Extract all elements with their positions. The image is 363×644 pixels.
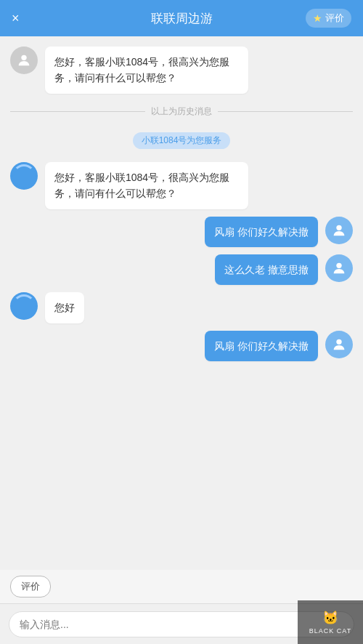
bot-spin-icon: [12, 164, 36, 188]
message-bubble: 风扇 你们好久解决撤: [205, 217, 318, 247]
divider-line: [218, 111, 353, 112]
message-bubble: 风扇 你们好久解决撤: [205, 331, 318, 361]
avatar-bot: [10, 292, 38, 320]
history-divider: 以上为历史消息: [10, 105, 353, 118]
message-bubble: 您好: [45, 292, 84, 323]
star-icon: ★: [313, 12, 322, 24]
message-bubble: 您好，客服小联1084号，很高兴为您服务，请问有什么可以帮您？: [45, 47, 248, 94]
watermark-text: BLACK CAT: [309, 627, 351, 635]
message-row: 风扇 你们好久解决撤: [10, 217, 353, 247]
message-row: 风扇 你们好久解决撤: [10, 331, 353, 361]
avatar: [10, 47, 38, 74]
svg-point-2: [336, 263, 341, 268]
divider-line: [10, 111, 145, 112]
svg-point-1: [336, 225, 341, 230]
rate-label: 评价: [325, 12, 344, 25]
bottom-rate-bar: 评价: [0, 570, 363, 603]
close-button[interactable]: ×: [12, 11, 20, 26]
service-tag: 小联1084号为您服务: [10, 132, 353, 149]
rate-button[interactable]: ★ 评价: [306, 9, 351, 28]
avatar-user: [325, 217, 353, 244]
chat-area: 您好，客服小联1084号，很高兴为您服务，请问有什么可以帮您？ 以上为历史消息 …: [0, 36, 363, 567]
svg-point-3: [336, 339, 341, 344]
avatar-bot: [10, 162, 38, 190]
page-title: 联联周边游: [151, 10, 213, 27]
watermark: 🐱 BLACK CAT: [298, 600, 363, 644]
history-label: 以上为历史消息: [151, 105, 212, 118]
avatar-user: [325, 254, 353, 282]
message-row: 这么久老 撤意思撤: [10, 254, 353, 285]
svg-point-0: [21, 55, 26, 60]
bot-spin-icon: [12, 294, 36, 318]
message-bubble: 这么久老 撤意思撤: [215, 254, 318, 285]
message-row: 您好: [10, 292, 353, 323]
message-bubble: 您好，客服小联1084号，很高兴为您服务，请问有什么可以帮您？: [45, 162, 248, 209]
service-tag-text: 小联1084号为您服务: [133, 132, 231, 149]
message-row: 您好，客服小联1084号，很高兴为您服务，请问有什么可以帮您？: [10, 47, 353, 94]
watermark-icon: 🐱: [322, 610, 338, 626]
header: × 联联周边游 ★ 评价: [0, 0, 363, 36]
rate-button-bottom[interactable]: 评价: [10, 576, 51, 597]
message-row: 您好，客服小联1084号，很高兴为您服务，请问有什么可以帮您？: [10, 162, 353, 209]
avatar-user: [325, 331, 353, 358]
